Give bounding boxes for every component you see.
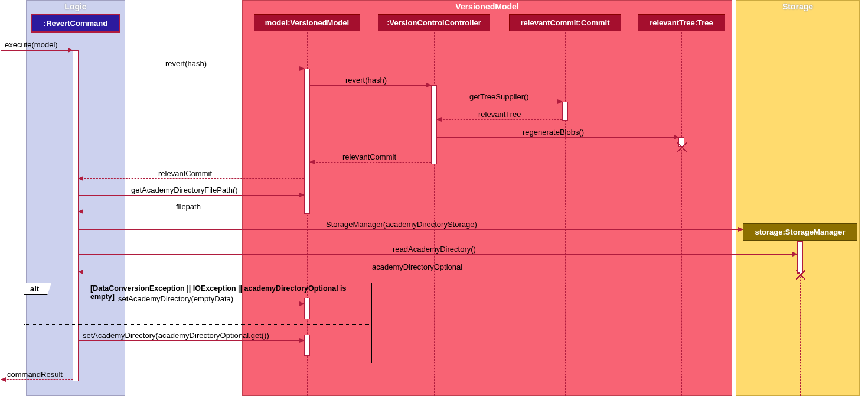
msg-readad: readAcademyDirectory() bbox=[393, 245, 476, 254]
lifeline-commit bbox=[565, 32, 566, 396]
msg-relcommit1: relevantCommit bbox=[342, 152, 396, 161]
participant-vcc: :VersionControlController bbox=[378, 14, 490, 31]
participant-model: model:VersionedModel bbox=[254, 14, 360, 31]
arrow-relcommit2 bbox=[79, 178, 304, 179]
alt-label: alt bbox=[24, 283, 51, 295]
msg-getpath: getAcademyDirectoryFilePath() bbox=[131, 186, 238, 194]
region-storage-title: Storage bbox=[736, 1, 859, 12]
arrow-relcommit1 bbox=[310, 162, 431, 163]
arrow-regen bbox=[437, 137, 678, 138]
activation-tree bbox=[678, 137, 684, 147]
msg-regen: regenerateBlobs() bbox=[523, 128, 584, 137]
msg-gettree: getTreeSupplier() bbox=[469, 92, 529, 101]
arrow-execute bbox=[1, 50, 73, 51]
region-logic-title: Logic bbox=[27, 1, 125, 12]
participant-commit: relevantCommit:Commit bbox=[509, 14, 621, 31]
activation-vcc bbox=[431, 85, 437, 164]
participant-revertcommand: :RevertCommand bbox=[31, 14, 120, 33]
msg-relcommit2: relevantCommit bbox=[158, 169, 212, 178]
arrow-filepath bbox=[79, 212, 304, 212]
msg-cmdres: commandResult bbox=[7, 370, 63, 379]
msg-reltree: relevantTree bbox=[478, 110, 521, 119]
lifeline-tree bbox=[681, 32, 682, 396]
msg-revert2: revert(hash) bbox=[345, 76, 387, 85]
arrow-gettree bbox=[437, 102, 562, 102]
msg-execute: execute(model) bbox=[5, 40, 58, 49]
arrow-reltree bbox=[437, 119, 562, 120]
arrow-storagemanager bbox=[79, 229, 743, 230]
arrow-readad bbox=[79, 254, 797, 255]
msg-revert1: revert(hash) bbox=[165, 59, 207, 68]
activation-model bbox=[304, 69, 310, 214]
arrow-revert1 bbox=[79, 69, 304, 69]
alt-fragment: alt [DataConversionException || IOExcept… bbox=[24, 283, 372, 363]
arrow-cmdres bbox=[1, 379, 73, 380]
msg-filepath: filepath bbox=[176, 202, 201, 211]
alt-divider bbox=[24, 324, 371, 325]
activation-commit bbox=[562, 102, 568, 121]
participant-storage: storage:StorageManager bbox=[743, 223, 857, 241]
arrow-getpath bbox=[79, 195, 304, 196]
participant-tree: relevantTree:Tree bbox=[638, 14, 725, 31]
msg-adopt: academyDirectoryOptional bbox=[372, 262, 462, 271]
alt-guard: [DataConversionException || IOException … bbox=[90, 284, 371, 301]
region-vmodel-title: VersionedModel bbox=[243, 1, 732, 12]
msg-storagemanager: StorageManager(academyDirectoryStorage) bbox=[326, 220, 477, 229]
arrow-adopt bbox=[79, 272, 797, 272]
arrow-revert2 bbox=[310, 85, 431, 86]
region-storage: Storage bbox=[736, 0, 860, 396]
activation-storage bbox=[797, 241, 803, 274]
